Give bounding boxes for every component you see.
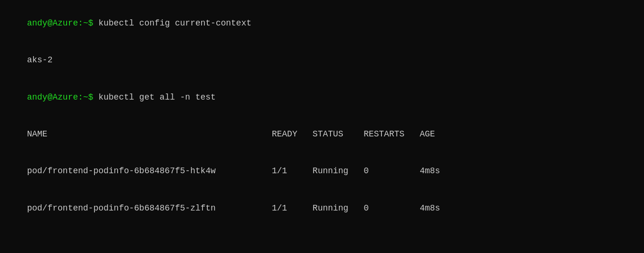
command-line-1: andy@Azure:~$ kubectl config current-con…	[7, 5, 637, 42]
prompt-2: andy@Azure:~$	[27, 93, 98, 102]
command-text-2: kubectl get all -n test	[98, 93, 215, 102]
services-header: NAME TYPE CLUSTER-IP EXTERNAL-IP PORT(S)…	[7, 239, 637, 253]
prompt-1: andy@Azure:~$	[27, 18, 98, 28]
pods-header: NAME READY STATUS RESTARTS AGE	[7, 116, 637, 152]
pod-row-1: pod/frontend-podinfo-6b684867f5-htk4w 1/…	[7, 152, 637, 189]
pod-row-2: pod/frontend-podinfo-6b684867f5-zlftn 1/…	[7, 189, 637, 226]
command-text-1: kubectl config current-context	[98, 18, 251, 28]
command-line-2: andy@Azure:~$ kubectl get all -n test	[7, 79, 637, 116]
empty-line-1	[7, 227, 637, 239]
output-current-context: aks-2	[7, 42, 637, 78]
terminal-window: andy@Azure:~$ kubectl config current-con…	[0, 0, 644, 253]
